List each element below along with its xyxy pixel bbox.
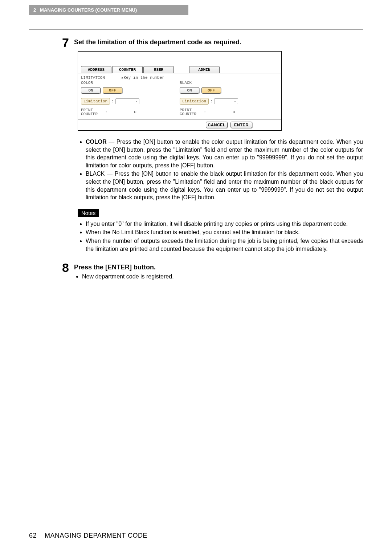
step-7: 7 Set the limitation of this department … xyxy=(29,36,363,258)
color-column: COLOR ON OFF Limitation : - P xyxy=(81,81,180,116)
color-print-counter-value: 0 xyxy=(115,110,136,114)
tab-admin[interactable]: ADMIN xyxy=(189,66,220,73)
chapter-header: 2 MANAGING COUNTERS (COUNTER MENU) xyxy=(29,5,188,15)
step-8-body: Press the [ENTER] button. New department… xyxy=(74,261,363,286)
limitation-line: LIMITATION ▶Key in the number xyxy=(81,76,278,80)
chapter-title: MANAGING COUNTERS (COUNTER MENU) xyxy=(40,7,137,13)
colon: : xyxy=(105,110,107,114)
black-off-button[interactable]: OFF xyxy=(201,87,221,94)
color-limitation-input[interactable]: - xyxy=(115,98,139,104)
black-label: BLACK xyxy=(180,81,278,85)
step8-bullets: New department code is registered. xyxy=(74,273,363,281)
colon: : xyxy=(111,99,114,103)
color-limitation-field[interactable]: Limitation xyxy=(81,98,110,105)
step-8-number: 8 xyxy=(58,261,69,286)
panel-blank xyxy=(78,52,281,66)
notes-bullets: If you enter "0" for the limitation, it … xyxy=(78,220,363,253)
footer-text: 62 MANAGING DEPARMENT CODE xyxy=(29,532,363,539)
step8-bullet: New department code is registered. xyxy=(82,273,363,281)
footer-rule xyxy=(29,528,363,528)
step7-bullets: COLOR — Press the [ON] button to enable … xyxy=(78,138,363,201)
chapter-number: 2 xyxy=(33,7,36,13)
cancel-button[interactable]: CANCEL xyxy=(206,122,228,128)
page-number: 62 xyxy=(29,532,37,539)
step-7-body: Set the limitation of this department co… xyxy=(74,36,363,258)
note-3: When the number of outputs exceeds the l… xyxy=(86,237,363,253)
colon: : xyxy=(204,110,206,114)
bullet-color: COLOR — Press the [ON] button to enable … xyxy=(86,138,363,169)
color-off-button[interactable]: OFF xyxy=(103,87,122,94)
step-8-title: Press the [ENTER] button. xyxy=(74,264,363,271)
note-1: If you enter "0" for the limitation, it … xyxy=(86,220,363,228)
main-content: 7 Set the limitation of this department … xyxy=(29,29,363,286)
tab-address[interactable]: ADDRESS xyxy=(81,66,111,73)
bullet-black: BLACK — Press the [ON] button to enable … xyxy=(86,170,363,201)
black-print-counter-label: PRINT COUNTER xyxy=(180,108,196,116)
black-on-button[interactable]: ON xyxy=(180,87,199,94)
enter-button[interactable]: ENTER xyxy=(230,122,252,128)
black-limitation-field[interactable]: Limitation xyxy=(180,98,209,105)
step-7-number: 7 xyxy=(58,36,69,258)
hint-text: Key in the number xyxy=(124,76,164,80)
step-8: 8 Press the [ENTER] button. New departme… xyxy=(29,261,363,286)
note-2: When the No Limit Black function is enab… xyxy=(86,228,363,236)
top-rule xyxy=(29,29,363,30)
footer-title: MANAGING DEPARMENT CODE xyxy=(45,532,147,539)
step-7-title: Set the limitation of this department co… xyxy=(74,38,363,46)
notes-label: Notes xyxy=(78,209,99,217)
panel-body: LIMITATION ▶Key in the number COLOR ON O… xyxy=(78,73,281,119)
color-print-counter-label: PRINT COUNTER xyxy=(81,108,98,116)
tab-user[interactable]: USER xyxy=(143,66,174,73)
panel-footer: CANCEL ENTER xyxy=(78,119,281,130)
color-label: COLOR xyxy=(81,81,180,85)
device-panel: ADDRESS COUNTER USER ADMIN LIMITATION ▶K… xyxy=(78,51,282,131)
limitation-label: LIMITATION xyxy=(81,76,105,80)
black-column: BLACK ON OFF Limitation : - P xyxy=(180,81,278,116)
panel-tabs: ADDRESS COUNTER USER ADMIN xyxy=(78,66,281,73)
black-print-counter-value: 0 xyxy=(213,110,235,114)
colon: : xyxy=(210,99,213,103)
color-on-button[interactable]: ON xyxy=(81,87,101,94)
black-limitation-input[interactable]: - xyxy=(214,98,238,104)
tab-counter[interactable]: COUNTER xyxy=(112,66,143,73)
page-footer: 62 MANAGING DEPARMENT CODE xyxy=(29,528,363,539)
